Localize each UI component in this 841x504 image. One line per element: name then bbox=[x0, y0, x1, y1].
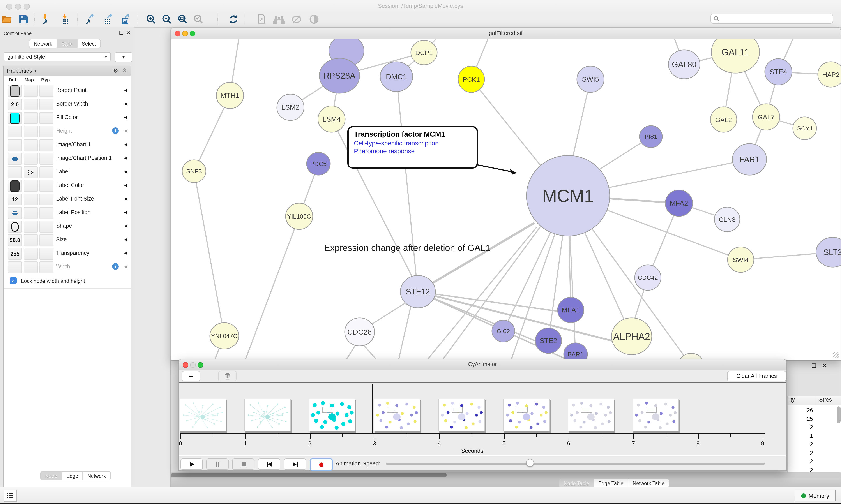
expand-row-icon[interactable]: ◀ bbox=[124, 115, 127, 120]
close-panel-icon[interactable]: ✕ bbox=[822, 363, 826, 369]
property-row[interactable]: 255Transparency◀ bbox=[3, 247, 131, 260]
export-network-icon[interactable] bbox=[84, 14, 95, 25]
property-row[interactable]: Label Color◀ bbox=[3, 179, 131, 193]
memory-button[interactable]: Memory bbox=[794, 490, 836, 501]
expand-row-icon[interactable]: ◀ bbox=[124, 196, 127, 201]
expand-row-icon[interactable]: ◀ bbox=[124, 237, 127, 242]
network-node[interactable]: SNF3 bbox=[182, 160, 206, 183]
resize-grip[interactable] bbox=[833, 352, 839, 358]
refresh-layout-icon[interactable] bbox=[228, 14, 239, 25]
network-node[interactable]: MTH1 bbox=[216, 82, 244, 109]
expand-row-icon[interactable]: ◀ bbox=[124, 101, 127, 106]
table-row[interactable]: 2 bbox=[788, 424, 813, 430]
zoom-in-icon[interactable] bbox=[145, 14, 157, 25]
network-edge[interactable] bbox=[346, 345, 355, 360]
network-node[interactable]: HAP2 bbox=[818, 62, 841, 87]
network-node[interactable]: CDC28 bbox=[345, 318, 375, 346]
tab-style[interactable]: Style bbox=[57, 39, 77, 48]
copy-document-icon[interactable] bbox=[256, 14, 267, 25]
property-row[interactable]: Image/Chart 1◀ bbox=[3, 138, 131, 152]
table-row[interactable]: 25 bbox=[788, 416, 813, 422]
network-node[interactable]: LSM2 bbox=[277, 94, 304, 121]
default-value[interactable]: 12 bbox=[12, 196, 18, 202]
float-panel-icon[interactable]: ❑ bbox=[119, 30, 124, 36]
animation-speed-slider-thumb[interactable] bbox=[526, 459, 534, 467]
previous-frame-button[interactable] bbox=[258, 458, 280, 470]
frame-thumbnail[interactable] bbox=[503, 399, 550, 431]
column-header[interactable]: Stres bbox=[819, 397, 832, 403]
ellipse-shape-icon[interactable] bbox=[11, 221, 19, 232]
network-node[interactable]: SWI5 bbox=[577, 66, 604, 92]
horizontal-scrollbar[interactable] bbox=[171, 472, 841, 478]
tab-network[interactable]: Network bbox=[29, 39, 57, 48]
record-button[interactable] bbox=[310, 458, 333, 471]
position-icon[interactable] bbox=[12, 156, 18, 161]
property-row[interactable]: 2.0Border Width◀ bbox=[3, 97, 131, 111]
network-node[interactable]: PCK1 bbox=[458, 66, 484, 92]
properties-header[interactable]: Properties ▾ bbox=[3, 66, 131, 76]
cyanimator-titlebar[interactable]: CyAnimator bbox=[179, 360, 786, 371]
pause-button[interactable] bbox=[206, 458, 229, 470]
frame-thumbnail[interactable] bbox=[244, 399, 291, 431]
show-details-eye-icon[interactable] bbox=[308, 14, 320, 25]
tab-node-table[interactable]: Node Table bbox=[559, 479, 594, 487]
network-edge[interactable] bbox=[245, 216, 299, 360]
network-edge[interactable] bbox=[418, 223, 534, 292]
clear-all-frames-button[interactable]: Clear All Frames bbox=[727, 371, 786, 381]
expand-row-icon[interactable]: ◀ bbox=[124, 88, 127, 92]
add-frame-button[interactable]: + bbox=[182, 371, 200, 381]
table-row[interactable]: 2 bbox=[788, 442, 813, 448]
expand-row-icon[interactable]: ◀ bbox=[124, 156, 127, 160]
property-row[interactable]: Fill Color◀ bbox=[3, 111, 131, 125]
collapse-all-icon[interactable] bbox=[121, 67, 127, 75]
binoculars-icon[interactable] bbox=[273, 14, 285, 25]
frame-thumbnail[interactable] bbox=[439, 399, 485, 431]
network-edge[interactable] bbox=[364, 345, 377, 360]
table-row[interactable]: 2 bbox=[788, 458, 813, 465]
network-node[interactable]: STE2 bbox=[535, 328, 561, 353]
save-session-icon[interactable] bbox=[18, 14, 29, 25]
frame-thumbnail[interactable] bbox=[374, 399, 420, 431]
expand-row-icon[interactable]: ◀ bbox=[124, 210, 127, 215]
column-header[interactable]: ity bbox=[789, 397, 795, 403]
network-node[interactable]: CLN3 bbox=[714, 207, 740, 232]
frame-thumbnail[interactable] bbox=[568, 399, 614, 431]
tab-network-bottom[interactable]: Network bbox=[83, 472, 110, 480]
network-node[interactable]: PDC5 bbox=[307, 152, 330, 175]
network-node[interactable]: PIS1 bbox=[640, 126, 662, 147]
animation-speed-slider[interactable] bbox=[386, 463, 765, 465]
network-node[interactable]: FAR1 bbox=[732, 144, 767, 175]
position-icon[interactable] bbox=[12, 211, 18, 216]
network-node[interactable]: SLT2 bbox=[816, 237, 841, 267]
play-button[interactable] bbox=[180, 458, 203, 470]
table-row[interactable]: 2 bbox=[788, 467, 813, 473]
frame-thumbnail[interactable] bbox=[632, 399, 679, 431]
frame-thumbnail[interactable] bbox=[180, 399, 226, 431]
expand-row-icon[interactable]: ◀ bbox=[124, 183, 127, 187]
expand-row-icon[interactable]: ◀ bbox=[124, 142, 127, 147]
network-node[interactable]: DMC1 bbox=[380, 62, 413, 91]
network-node[interactable]: GAL7 bbox=[753, 104, 780, 130]
info-icon[interactable]: i bbox=[112, 263, 119, 270]
network-node[interactable]: STE12 bbox=[400, 275, 435, 308]
network-node[interactable]: YNL047C bbox=[210, 323, 239, 349]
expand-all-icon[interactable] bbox=[112, 67, 119, 75]
tab-edge[interactable]: Edge bbox=[62, 472, 83, 480]
lock-size-checkbox[interactable]: ✓ bbox=[10, 277, 17, 284]
network-window-titlebar[interactable]: galFiltered.sif bbox=[171, 28, 841, 39]
expand-row-icon[interactable]: ◀ bbox=[124, 250, 127, 255]
stop-button[interactable] bbox=[232, 458, 254, 470]
network-edge[interactable] bbox=[399, 306, 411, 360]
open-folder-icon[interactable] bbox=[1, 14, 12, 25]
default-value-swatch[interactable] bbox=[10, 85, 20, 96]
network-node[interactable]: GCY1 bbox=[793, 117, 817, 140]
expand-row-icon[interactable]: ◀ bbox=[124, 128, 127, 133]
network-node[interactable]: CDC42 bbox=[635, 265, 661, 290]
close-panel-icon[interactable]: ✕ bbox=[127, 30, 130, 36]
network-node[interactable]: LSM4 bbox=[318, 106, 345, 132]
property-row[interactable]: Heighti◀ bbox=[3, 124, 131, 138]
table-row[interactable]: 26 bbox=[788, 407, 813, 413]
zoom-selected-icon[interactable] bbox=[193, 14, 204, 25]
import-network-icon[interactable] bbox=[40, 14, 52, 25]
import-table-icon[interactable] bbox=[59, 14, 71, 25]
